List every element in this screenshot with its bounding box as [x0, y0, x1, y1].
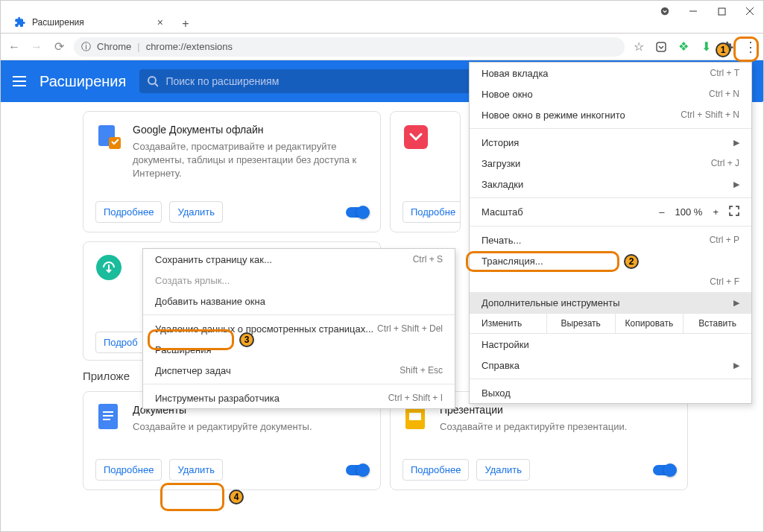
tab-title: Расширения [32, 17, 84, 28]
details-button[interactable]: Подробне [402, 201, 461, 223]
remove-button[interactable]: Удалить [169, 459, 223, 481]
menu-zoom: Масштаб – 100 % + [470, 201, 751, 223]
menu-paste[interactable]: Вставить [684, 314, 751, 333]
card-title: Презентации [440, 404, 627, 416]
svg-line-7 [155, 83, 158, 86]
close-tab-icon[interactable]: × [157, 16, 163, 28]
details-button[interactable]: Подробнее [402, 459, 469, 481]
menu-print[interactable]: Печать...Ctrl + P [470, 229, 751, 250]
menu-history[interactable]: История▶ [470, 132, 751, 153]
site-info-icon[interactable]: ⓘ [81, 40, 91, 54]
submenu-name-window[interactable]: Добавить название окна [143, 291, 455, 311]
menu-copy[interactable]: Копировать [616, 314, 684, 333]
menu-settings[interactable]: Настройки [470, 334, 751, 355]
star-icon[interactable]: ☆ [632, 40, 645, 54]
new-tab-button[interactable]: + [177, 15, 195, 33]
details-button[interactable]: Подроб [95, 332, 146, 353]
card-desc: Создавайте и редактируйте документы. [133, 420, 312, 434]
evernote-ext-icon[interactable]: ❖ [677, 40, 690, 54]
svg-rect-17 [409, 413, 421, 420]
details-button[interactable]: Подробнее [95, 201, 162, 223]
gdocs-icon [95, 124, 122, 151]
puzzle-icon [14, 16, 26, 28]
docs-icon [95, 404, 122, 431]
svg-rect-14 [103, 415, 113, 417]
menu-incognito[interactable]: Новое окно в режиме инкогнитоCtrl + Shif… [470, 104, 751, 125]
search-icon [147, 75, 158, 87]
submenu-extensions[interactable]: Расширения [143, 339, 455, 360]
zoom-value: 100 % [675, 206, 703, 218]
svg-rect-15 [103, 419, 110, 420]
card-pocket: Подробне [390, 111, 461, 232]
svg-rect-13 [103, 411, 113, 413]
enable-toggle[interactable] [653, 465, 675, 475]
reload-button[interactable]: ⟳ [51, 39, 66, 54]
submenu-create-shortcut: Создать ярлык... [143, 270, 455, 291]
submenu-clear-data[interactable]: Удаление данных о просмотренных страница… [143, 318, 455, 339]
menu-help[interactable]: Справка▶ [470, 355, 751, 376]
details-button[interactable]: Подробнее [95, 459, 162, 481]
menu-more-tools[interactable]: Дополнительные инструменты▶ [470, 292, 751, 313]
menu-exit[interactable]: Выход [470, 382, 751, 403]
tab-strip: Расширения × + [1, 11, 763, 34]
card-title: Google Документы офлайн [133, 124, 368, 136]
menu-cut[interactable]: Вырезать [547, 314, 616, 333]
menu-downloads[interactable]: ЗагрузкиCtrl + J [470, 153, 751, 174]
annotation-badge-2: 2 [624, 254, 639, 269]
chrome-main-menu: Новая вкладкаCtrl + T Новое окноCtrl + N… [469, 62, 752, 404]
pocket-ext-icon[interactable] [654, 40, 668, 54]
svg-point-6 [148, 77, 156, 84]
edit-label: Изменить [470, 314, 547, 333]
maximize-icon[interactable] [717, 7, 726, 16]
hamburger-icon[interactable] [13, 76, 26, 86]
forward-button[interactable]: → [29, 39, 44, 54]
address-url: chrome://extensions [146, 41, 233, 52]
submenu-save-page[interactable]: Сохранить страницу как...Ctrl + S [143, 249, 455, 270]
svg-point-0 [661, 7, 669, 16]
pocket-icon [402, 124, 429, 151]
card-desc: Создавайте и редактируйте презентации. [440, 420, 627, 434]
chevron-right-icon: ▶ [733, 361, 739, 370]
toolbar: ← → ⟳ ⓘ Chrome | chrome://extensions ☆ ❖… [1, 34, 763, 60]
kebab-menu-icon[interactable]: ⋮ [744, 40, 757, 54]
svg-rect-10 [404, 125, 428, 149]
annotation-badge-3: 3 [239, 332, 254, 347]
enable-toggle[interactable] [346, 207, 368, 218]
menu-edit-row: Изменить Вырезать Копировать Вставить [470, 313, 751, 334]
search-container [139, 69, 475, 93]
close-window-icon[interactable] [745, 7, 754, 16]
account-icon[interactable] [660, 7, 669, 16]
submenu-task-manager[interactable]: Диспетчер задачShift + Esc [143, 360, 455, 381]
tab-extensions[interactable]: Расширения × [5, 12, 172, 33]
address-origin: Chrome [97, 41, 131, 52]
menu-bookmarks[interactable]: Закладки▶ [470, 174, 751, 194]
chevron-right-icon: ▶ [733, 138, 739, 148]
card-google-docs-offline: Google Документы офлайн Создавайте, прос… [83, 111, 381, 232]
svg-rect-5 [657, 42, 666, 51]
back-button[interactable]: ← [7, 39, 22, 54]
more-tools-submenu: Сохранить страницу как...Ctrl + S Создат… [142, 248, 455, 409]
menu-cast[interactable]: Трансляция... [470, 250, 751, 271]
menu-new-window[interactable]: Новое окноCtrl + N [470, 83, 751, 104]
fullscreen-icon[interactable] [729, 206, 739, 218]
minimize-icon[interactable] [689, 7, 698, 16]
remove-button[interactable]: Удалить [169, 201, 223, 223]
chevron-right-icon: ▶ [733, 298, 739, 308]
menu-find[interactable]: Ctrl + F [470, 271, 751, 292]
address-bar[interactable]: ⓘ Chrome | chrome://extensions [74, 37, 625, 57]
search-input[interactable] [165, 75, 467, 87]
annotation-badge-4: 4 [229, 490, 244, 504]
skyload-icon [95, 254, 122, 281]
enable-toggle[interactable] [346, 465, 368, 475]
remove-button[interactable]: Удалить [476, 459, 530, 481]
annotation-badge-1: 1 [716, 42, 730, 57]
zoom-in-button[interactable]: + [713, 206, 719, 218]
page-title: Расширения [40, 73, 126, 90]
menu-new-tab[interactable]: Новая вкладкаCtrl + T [470, 63, 751, 83]
download-ext-icon[interactable]: ⬇ [699, 40, 713, 54]
chevron-right-icon: ▶ [733, 180, 739, 189]
zoom-out-button[interactable]: – [659, 206, 664, 218]
svg-rect-2 [719, 8, 725, 15]
card-desc: Создавайте, просматривайте и редактируйт… [133, 140, 368, 181]
submenu-dev-tools[interactable]: Инструменты разработчикаCtrl + Shift + I [143, 387, 455, 408]
